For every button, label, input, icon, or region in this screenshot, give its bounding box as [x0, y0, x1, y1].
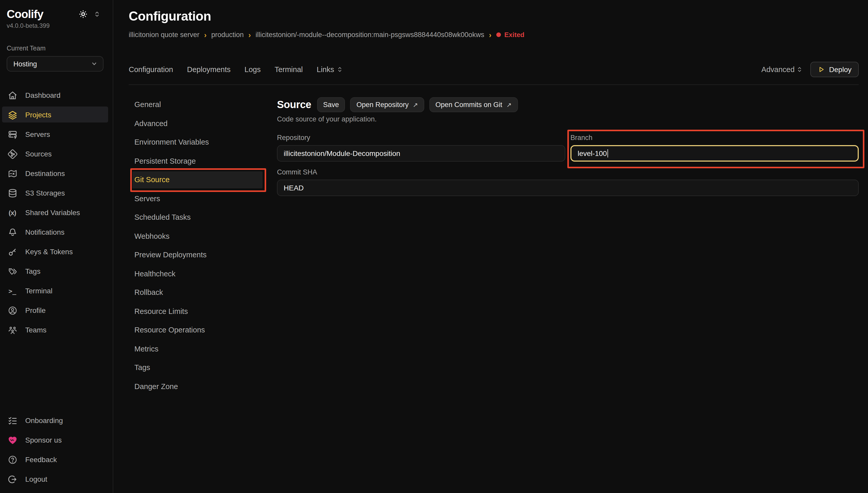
- subnav-item-metrics[interactable]: Metrics: [129, 339, 277, 358]
- commit-sha-field: Commit SHA: [277, 168, 859, 196]
- server-icon: [7, 129, 18, 139]
- sidebar: Coolify v4.0.0-beta.399 Current Team Hos…: [0, 0, 113, 493]
- terminal-icon: >_: [7, 287, 18, 295]
- page-title: Configuration: [129, 9, 859, 23]
- sidebar-item-projects[interactable]: Projects: [0, 105, 113, 125]
- config-subnav: General Advanced Environment Variables P…: [129, 95, 277, 396]
- sidebar-header: Coolify: [0, 8, 113, 21]
- team-select-value: Hosting: [14, 60, 91, 68]
- app-root: Coolify v4.0.0-beta.399 Current Team Hos…: [0, 0, 868, 493]
- breadcrumb: illicitonion quote server › production ›…: [129, 31, 859, 39]
- layers-icon: [7, 110, 18, 120]
- sidebar-item-profile[interactable]: Profile: [0, 301, 113, 320]
- sidebar-item-sponsor-us[interactable]: Sponsor us: [0, 430, 113, 450]
- subnav-item-scheduled-tasks[interactable]: Scheduled Tasks: [129, 208, 277, 227]
- tab-logs[interactable]: Logs: [245, 65, 261, 73]
- checklist-icon: [7, 415, 18, 425]
- open-commits-button[interactable]: Open Commits on Git ↗: [429, 97, 518, 112]
- save-button[interactable]: Save: [317, 97, 345, 112]
- external-link-icon: ↗: [506, 101, 511, 108]
- user-circle-icon: [7, 305, 18, 315]
- branch-field: Branch level-100: [570, 134, 859, 162]
- sidebar-bottom-nav: Onboarding Sponsor us Feedback: [0, 411, 113, 493]
- open-repository-button[interactable]: Open Repository ↗: [350, 97, 424, 112]
- subnav-item-tags[interactable]: Tags: [129, 358, 277, 377]
- sidebar-item-logout[interactable]: Logout: [0, 469, 113, 489]
- selector-icon: [337, 66, 343, 73]
- variable-icon: (x): [7, 209, 18, 216]
- play-icon: [818, 66, 825, 73]
- sidebar-item-dashboard[interactable]: Dashboard: [0, 85, 113, 105]
- heart-hands-icon: [7, 435, 18, 445]
- app-logo: Coolify: [7, 8, 43, 21]
- app-version: v4.0.0-beta.399: [0, 22, 113, 29]
- panel-description: Code source of your application.: [277, 115, 859, 123]
- sidebar-nav: Dashboard Projects Servers: [0, 85, 113, 340]
- subnav-item-preview-deployments[interactable]: Preview Deployments: [129, 245, 277, 264]
- branch-input[interactable]: level-100: [570, 145, 859, 162]
- tab-deployments[interactable]: Deployments: [187, 65, 231, 73]
- sidebar-item-terminal[interactable]: >_ Terminal: [0, 281, 113, 301]
- subnav-item-environment-variables[interactable]: Environment Variables: [129, 133, 277, 152]
- subnav-item-advanced[interactable]: Advanced: [129, 114, 277, 133]
- users-icon: [7, 325, 18, 335]
- map-icon: [7, 169, 18, 178]
- breadcrumb-environment[interactable]: production: [211, 31, 244, 39]
- subnav-item-webhooks[interactable]: Webhooks: [129, 227, 277, 245]
- key-icon: [7, 247, 18, 257]
- current-team-label: Current Team: [0, 45, 113, 52]
- sidebar-item-keys-tokens[interactable]: Keys & Tokens: [0, 242, 113, 261]
- external-link-icon: ↗: [412, 101, 418, 108]
- tabs-row: Configuration Deployments Logs Terminal …: [129, 62, 859, 77]
- sidebar-item-shared-variables[interactable]: (x) Shared Variables: [0, 203, 113, 222]
- tags-icon: [7, 266, 18, 276]
- subnav-item-git-source[interactable]: Git Source: [129, 170, 277, 189]
- advanced-dropdown[interactable]: Advanced: [761, 65, 803, 73]
- logout-icon: [7, 474, 18, 484]
- sidebar-item-destinations[interactable]: Destinations: [0, 164, 113, 183]
- tabs-divider: [129, 84, 859, 85]
- text-caret: [608, 149, 608, 157]
- tab-configuration[interactable]: Configuration: [129, 65, 173, 73]
- sidebar-item-s3-storages[interactable]: S3 Storages: [0, 183, 113, 203]
- chevron-right-icon: ›: [248, 31, 251, 38]
- tab-terminal[interactable]: Terminal: [275, 65, 303, 73]
- main-content: Configuration illicitonion quote server …: [113, 0, 868, 493]
- sidebar-item-sources[interactable]: Sources: [0, 144, 113, 164]
- selector-icon: [797, 66, 803, 73]
- subnav-item-resource-limits[interactable]: Resource Limits: [129, 302, 277, 321]
- sidebar-item-onboarding[interactable]: Onboarding: [0, 411, 113, 430]
- subnav-item-danger-zone[interactable]: Danger Zone: [129, 377, 277, 396]
- sidebar-item-tags[interactable]: Tags: [0, 261, 113, 281]
- subnav-item-servers[interactable]: Servers: [129, 189, 277, 208]
- tab-links[interactable]: Links: [317, 65, 343, 73]
- subnav-item-general[interactable]: General: [129, 95, 277, 114]
- repository-input[interactable]: [277, 145, 565, 162]
- sun-icon[interactable]: [79, 10, 87, 19]
- branch-label: Branch: [570, 134, 859, 142]
- source-panel: Source Save Open Repository ↗ Open Commi…: [277, 95, 859, 396]
- deploy-button[interactable]: Deploy: [811, 62, 859, 77]
- home-icon: [7, 90, 18, 100]
- status-dot-icon: [496, 33, 501, 37]
- selector-icon[interactable]: [94, 10, 100, 18]
- subnav-item-rollback[interactable]: Rollback: [129, 283, 277, 302]
- subnav-item-persistent-storage[interactable]: Persistent Storage: [129, 152, 277, 170]
- commit-sha-input[interactable]: [277, 179, 859, 196]
- chevron-right-icon: ›: [489, 31, 491, 38]
- sidebar-item-servers[interactable]: Servers: [0, 125, 113, 144]
- sidebar-item-notifications[interactable]: Notifications: [0, 222, 113, 242]
- status-badge: Exited: [496, 31, 524, 39]
- subnav-item-healthcheck[interactable]: Healthcheck: [129, 264, 277, 283]
- breadcrumb-application[interactable]: illicitestonion/-module--decomposition:m…: [256, 31, 484, 39]
- subnav-item-resource-operations[interactable]: Resource Operations: [129, 321, 277, 339]
- sidebar-item-teams[interactable]: Teams: [0, 320, 113, 340]
- sidebar-item-feedback[interactable]: Feedback: [0, 450, 113, 469]
- breadcrumb-project[interactable]: illicitonion quote server: [129, 31, 199, 39]
- team-select[interactable]: Hosting: [7, 56, 104, 71]
- panel-title: Source: [277, 99, 311, 111]
- status-text: Exited: [504, 31, 524, 39]
- help-circle-icon: [7, 455, 18, 465]
- repository-field: Repository: [277, 134, 565, 162]
- bell-icon: [7, 227, 18, 237]
